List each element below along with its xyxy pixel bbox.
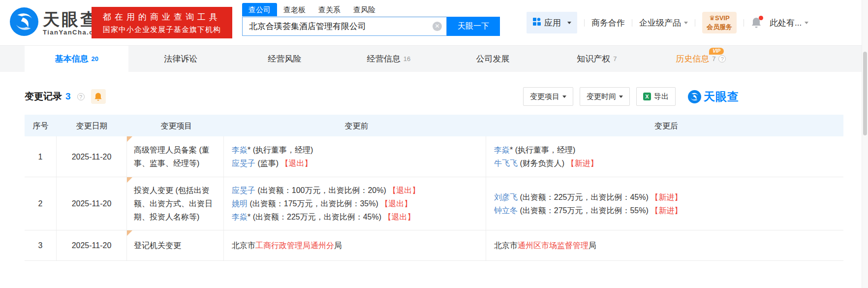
top-nav: 应用 商务合作 企业级产品 ♛SVIP 会员服务 xyxy=(527,12,808,33)
company-tab-4[interactable]: 公司发展 xyxy=(441,46,545,72)
watermark-text: 天眼查 xyxy=(704,89,739,104)
cell-before-change: 应旻子 (出资额：100万元，出资比例：20%) 【退出】姚明 (出资额：175… xyxy=(224,177,486,230)
search-button[interactable]: 天眼一下 xyxy=(447,17,500,36)
slogan-line2: 国家中小企业发展子基金旗下机构 xyxy=(103,25,221,34)
company-tab-3[interactable]: 经营信息16 xyxy=(337,46,440,72)
export-button[interactable]: X 导出 xyxy=(636,87,676,106)
cell-change-item: 高级管理人员备案 (董事、监事、经理等) xyxy=(127,136,224,177)
tab-label: 公司发展 xyxy=(476,53,509,64)
apps-menu-button[interactable]: 应用 xyxy=(527,12,577,33)
notification-dot xyxy=(759,16,763,20)
divider xyxy=(584,19,585,27)
cell-serial-number: 2 xyxy=(25,177,57,230)
tianyancha-watermark: 天眼查 xyxy=(688,89,739,104)
table-row: 12025-11-20高级管理人员备案 (董事、监事、经理等)李焱* (执行董事… xyxy=(25,136,843,177)
company-tab-2[interactable]: 经营风险 xyxy=(233,46,337,72)
tab-label: 法律诉讼 xyxy=(164,53,197,64)
entity-link[interactable]: 应旻子 xyxy=(232,186,255,194)
entity-link[interactable]: 李焱 xyxy=(232,213,248,221)
search-area: 查公司查老板查关系查风险 ✕ 天眼一下 xyxy=(242,3,500,36)
table-row: 32025-11-20登记机关变更北京市工商行政管理局通州分局北京市通州区市场监… xyxy=(25,230,843,261)
tianyancha-logo-icon xyxy=(10,7,38,38)
chevron-down-icon xyxy=(567,22,571,24)
svip-membership-badge[interactable]: ♛SVIP 会员服务 xyxy=(702,12,737,33)
entity-link[interactable]: 姚明 xyxy=(232,199,248,208)
search-input[interactable] xyxy=(242,17,447,36)
column-header-3: 变更前 xyxy=(224,119,486,132)
cell-change-date: 2025-11-20 xyxy=(57,230,127,260)
change-item-text: 登记机关变更 xyxy=(134,239,218,252)
search-tab-0[interactable]: 查公司 xyxy=(242,3,277,16)
cell-text: 局 xyxy=(589,241,596,250)
cell-line: 北京市工商行政管理局通州分局 xyxy=(232,239,481,252)
cell-text: (出资额：100万元，出资比例：20%) xyxy=(255,186,388,194)
svip-line2: 会员服务 xyxy=(707,23,732,32)
column-header-0: 序号 xyxy=(25,119,57,132)
entity-link[interactable]: 刘彦飞 xyxy=(494,193,518,201)
company-tab-0[interactable]: 基本信息20 xyxy=(25,46,128,72)
nav-enterprise-products[interactable]: 企业级产品 xyxy=(639,17,688,29)
page: 天眼查 TianYanCha.com 都在用的商业查询工具 国家中小企业发展子基… xyxy=(0,0,868,288)
section-title: 变更记录 xyxy=(25,90,62,103)
cell-text: 北京市 xyxy=(232,241,255,250)
search-tab-3[interactable]: 查风险 xyxy=(347,3,382,16)
entity-link[interactable]: 李焱 xyxy=(232,146,248,154)
company-tab-1[interactable]: 法律诉讼 xyxy=(128,46,232,72)
cell-before-change: 北京市工商行政管理局通州分局 xyxy=(224,230,486,260)
cell-change-item: 投资人变更 (包括出资额、出资方式、出资日期、投资人名称等) xyxy=(127,177,224,230)
clear-search-icon[interactable]: ✕ xyxy=(433,22,442,31)
corner-marker xyxy=(127,177,132,183)
cell-serial-number: 3 xyxy=(25,230,57,260)
search-tab-2[interactable]: 查关系 xyxy=(312,3,347,16)
help-icon[interactable]: ? xyxy=(718,55,726,63)
chevron-down-icon xyxy=(805,22,808,24)
cell-before-change: 李焱* (执行董事，经理)应旻子 (监事) 【退出】 xyxy=(224,136,486,177)
cell-line: 钟立冬 (出资额：275万元，出资比例：55%) 【新进】 xyxy=(494,204,838,217)
corner-marker xyxy=(127,230,132,236)
cell-after-change: 李焱* (执行董事，经理)牛飞飞 (财务负责人) 【新进】 xyxy=(486,136,843,177)
chevron-down-icon xyxy=(619,96,623,98)
tab-label: 经营信息 xyxy=(367,53,401,64)
change-item-text: 高级管理人员备案 (董事、监事、经理等) xyxy=(134,143,218,170)
entity-link[interactable]: 通州区市场监督管理 xyxy=(518,241,589,250)
apps-grid-icon xyxy=(532,17,541,28)
scrollbar-thumb[interactable] xyxy=(863,52,867,135)
company-tab-bar: 基本信息20法律诉讼经营风险经营信息16公司发展知识产权7历史信息7VIP? xyxy=(0,45,868,72)
cell-text: 局 xyxy=(334,241,342,250)
tianyancha-logo[interactable]: 天眼查 TianYanCha.com xyxy=(10,7,105,38)
filter-change-item-label: 变更项目 xyxy=(530,92,559,101)
subscribe-bell-button[interactable] xyxy=(91,89,106,104)
status-tag: 【退出】 xyxy=(384,213,415,221)
nav-more-menu[interactable]: 此处有... xyxy=(770,17,808,29)
tab-count: 20 xyxy=(91,55,98,63)
watermark-logo-icon xyxy=(688,90,701,103)
tab-label: 知识产权 xyxy=(577,53,610,64)
top-bar: 天眼查 TianYanCha.com 都在用的商业查询工具 国家中小企业发展子基… xyxy=(0,0,868,45)
cell-change-date: 2025-11-20 xyxy=(57,177,127,230)
table-body: 12025-11-20高级管理人员备案 (董事、监事、经理等)李焱* (执行董事… xyxy=(25,136,843,261)
tab-label: 历史信息 xyxy=(676,53,709,64)
cell-line: 北京市通州区市场监督管理局 xyxy=(494,239,838,252)
search-tab-1[interactable]: 查老板 xyxy=(277,3,312,16)
company-tab-6[interactable]: 历史信息7VIP? xyxy=(649,46,753,72)
divider xyxy=(744,19,744,27)
entity-link[interactable]: 钟立冬 xyxy=(494,206,518,215)
cell-text: (出资额：225万元，出资比例：45%) xyxy=(518,193,651,201)
entity-link[interactable]: 工商行政管理局通州分 xyxy=(255,241,334,250)
scrollbar-track[interactable] xyxy=(862,0,868,288)
cell-after-change: 刘彦飞 (出资额：225万元，出资比例：45%) 【新进】钟立冬 (出资额：27… xyxy=(486,177,843,230)
status-tag: 【新进】 xyxy=(651,193,682,201)
cell-line: 姚明 (出资额：175万元，出资比例：35%) 【退出】 xyxy=(232,197,481,210)
nav-biz-cooperation[interactable]: 商务合作 xyxy=(591,17,625,29)
filter-change-time-button[interactable]: 变更时间 xyxy=(580,87,630,106)
entity-link[interactable]: 应旻子 xyxy=(232,159,255,167)
filter-change-item-button[interactable]: 变更项目 xyxy=(523,87,573,106)
entity-link[interactable]: 牛飞飞 xyxy=(494,159,518,167)
cell-text: 北京市 xyxy=(494,241,518,250)
notification-bell-icon[interactable] xyxy=(751,17,763,29)
company-tab-5[interactable]: 知识产权7 xyxy=(545,46,649,72)
cell-text: * (执行董事，经理) xyxy=(510,146,575,154)
enterprise-label: 企业级产品 xyxy=(639,17,681,29)
entity-link[interactable]: 李焱 xyxy=(494,146,510,154)
help-icon[interactable]: ? xyxy=(77,93,85,100)
